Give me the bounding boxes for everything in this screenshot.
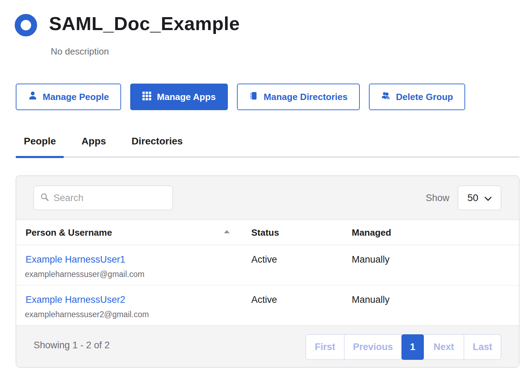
action-button-row: Manage People Manage Apps xyxy=(16,84,465,110)
tab-directories[interactable]: Directories xyxy=(132,136,183,147)
pagination-first-button[interactable]: First xyxy=(306,334,344,360)
manage-apps-button[interactable]: Manage Apps xyxy=(130,84,228,110)
directory-book-icon xyxy=(249,91,258,103)
chevron-down-icon xyxy=(484,192,492,204)
tab-people[interactable]: People xyxy=(24,136,56,147)
column-header-managed: Managed xyxy=(352,227,391,238)
person-status: Active xyxy=(251,254,277,265)
person-name-link[interactable]: Example HarnessUser1 xyxy=(26,254,125,265)
column-header-person[interactable]: Person & Username xyxy=(26,227,112,238)
pagination-current-page[interactable]: 1 xyxy=(401,334,424,360)
manage-apps-label: Manage Apps xyxy=(157,92,216,102)
apps-grid-icon xyxy=(142,91,152,103)
pagination: First Previous 1 Next Last xyxy=(306,334,501,360)
table-row: Example HarnessUser2 exampleharnessuser2… xyxy=(16,285,519,326)
person-icon xyxy=(28,91,37,103)
pagination-next-button[interactable]: Next xyxy=(424,334,464,360)
active-tab-indicator xyxy=(16,156,64,158)
search-input[interactable] xyxy=(53,192,166,204)
pagination-last-button[interactable]: Last xyxy=(464,334,501,360)
tab-bar: People Apps Directories xyxy=(24,136,183,147)
search-box xyxy=(34,186,173,210)
pagination-previous-button[interactable]: Previous xyxy=(344,334,402,360)
delete-group-label: Delete Group xyxy=(396,92,453,102)
person-managed: Manually xyxy=(352,294,390,305)
person-username: exampleharnessuser2@gmail.com xyxy=(25,310,149,319)
results-summary: Showing 1 - 2 of 2 xyxy=(34,340,110,351)
person-managed: Manually xyxy=(352,254,390,265)
manage-directories-button[interactable]: Manage Directories xyxy=(237,84,360,110)
page-title: SAML_Doc_Example xyxy=(49,13,240,34)
tab-apps[interactable]: Apps xyxy=(82,136,106,147)
person-username: exampleharnessuser@gmail.com xyxy=(25,270,145,279)
table-header-row: Person & Username Status Managed xyxy=(16,220,519,245)
person-name-link[interactable]: Example HarnessUser2 xyxy=(26,294,125,305)
group-description: No description xyxy=(51,46,109,57)
manage-people-label: Manage People xyxy=(43,92,109,102)
table-footer: Showing 1 - 2 of 2 First Previous 1 Next… xyxy=(16,326,519,367)
manage-directories-label: Manage Directories xyxy=(264,92,348,102)
page-size-select[interactable]: 50 xyxy=(458,186,501,210)
manage-people-button[interactable]: Manage People xyxy=(16,84,121,110)
column-header-status: Status xyxy=(251,227,279,238)
table-toolbar: Show 50 xyxy=(16,176,519,220)
people-remove-icon xyxy=(381,91,391,103)
sort-ascending-icon xyxy=(224,230,230,233)
group-logo-icon xyxy=(15,14,37,36)
tab-divider xyxy=(16,157,519,157)
table-row: Example HarnessUser1 exampleharnessuser@… xyxy=(16,245,519,285)
page-size-value: 50 xyxy=(467,192,478,204)
people-table-panel: Show 50 Person & Username Status Managed… xyxy=(16,176,519,368)
person-status: Active xyxy=(251,294,277,305)
page-size-control: Show 50 xyxy=(426,186,501,210)
show-label: Show xyxy=(426,193,449,204)
delete-group-button[interactable]: Delete Group xyxy=(369,84,465,110)
group-detail-page: SAML_Doc_Example No description Manage P… xyxy=(0,0,532,392)
search-icon xyxy=(40,193,49,203)
